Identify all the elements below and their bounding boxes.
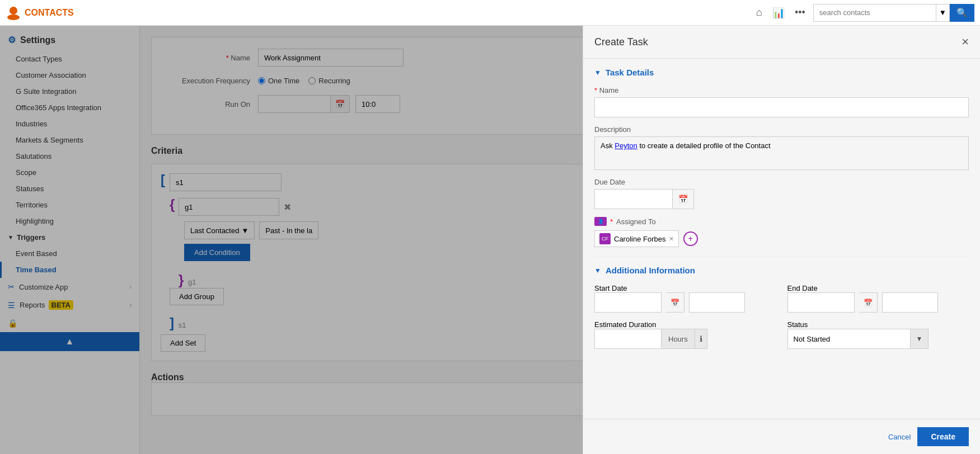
search-dropdown-btn[interactable]: ▼ (936, 4, 950, 22)
end-date-input[interactable]: 05/22/2020 (787, 292, 855, 313)
start-date-col: Start Date 05/22/2020 📅 10:30 AM (594, 284, 776, 313)
modal-body: ▼ Task Details * Name Work Allocation De… (583, 59, 980, 419)
duration-status-two-col: Estimated Duration 3.50 Hours ℹ Status N… (594, 320, 969, 349)
search-input[interactable] (813, 4, 936, 22)
modal-due-date-row: 05/23/2020 📅 (594, 189, 969, 209)
modal-title: Create Task (594, 36, 648, 48)
end-date-label: End Date (787, 284, 818, 292)
start-datetime-group: 05/22/2020 📅 10:30 AM (594, 292, 776, 313)
task-details-header: ▼ Task Details (594, 68, 969, 77)
modal-panel: Create Task × ▼ Task Details * Name Work… (583, 26, 980, 454)
start-time-input[interactable]: 10:30 AM (689, 292, 745, 313)
assignee-avatar: CF (599, 233, 611, 244)
modal-description-textarea[interactable]: Ask Peyton to create a detailed profile … (594, 136, 969, 170)
search-area: ▼ 🔍 (813, 4, 974, 22)
modal-due-date-calendar-btn[interactable]: 📅 (673, 189, 694, 209)
chart-icon[interactable]: 📊 (770, 4, 787, 21)
search-button[interactable]: 🔍 (950, 4, 974, 22)
nav-icons: ⌂ 📊 ••• (754, 4, 808, 21)
start-date-input[interactable]: 05/22/2020 (594, 292, 662, 313)
duration-info-btn[interactable]: ℹ (695, 329, 707, 349)
create-button[interactable]: Create (917, 427, 969, 446)
modal-due-date-label: Due Date (594, 178, 969, 186)
task-details-chevron[interactable]: ▼ (594, 69, 601, 77)
status-select[interactable]: Not Started (787, 329, 911, 349)
brand-icon (6, 5, 21, 21)
status-col: Status Not Started ▼ (787, 320, 969, 349)
modal-due-date-input[interactable]: 05/23/2020 (594, 189, 673, 209)
date-two-col: Start Date 05/22/2020 📅 10:30 AM End Dat… (594, 284, 969, 313)
duration-input[interactable]: 3.50 (594, 329, 662, 349)
duration-row: 3.50 Hours ℹ (594, 329, 776, 349)
status-select-wrap: Not Started ▼ (787, 329, 969, 349)
description-link[interactable]: Peyton (615, 141, 637, 150)
additional-info-header: ▼ Additional Information (594, 266, 969, 275)
modal-footer: Cancel Create (583, 419, 980, 454)
assigned-icon: 👤 (594, 217, 607, 226)
section-divider (594, 256, 969, 257)
svg-point-0 (10, 7, 17, 15)
status-label: Status (787, 320, 808, 329)
cancel-button[interactable]: Cancel (888, 433, 911, 441)
status-select-arrow: ▼ (911, 329, 929, 349)
start-date-label: Start Date (594, 284, 627, 292)
estimated-duration-col: Estimated Duration 3.50 Hours ℹ (594, 320, 776, 349)
remove-assignee-btn[interactable]: × (669, 234, 674, 243)
more-icon[interactable]: ••• (793, 4, 808, 21)
estimated-duration-label: Estimated Duration (594, 320, 657, 329)
assigned-to-label: 👤 * Assigned To (594, 217, 969, 226)
modal-name-label: * Name (594, 86, 969, 94)
modal-description-field: Description Ask Peyton to create a detai… (594, 125, 969, 170)
modal-description-label: Description (594, 125, 969, 134)
additional-info-chevron[interactable]: ▼ (594, 267, 601, 275)
modal-close-button[interactable]: × (962, 35, 969, 49)
end-date-calendar-btn[interactable]: 📅 (859, 292, 878, 313)
end-date-col: End Date 05/22/2020 📅 2:00 PM (787, 284, 969, 313)
svg-point-1 (7, 15, 20, 20)
end-datetime-group: 05/22/2020 📅 2:00 PM (787, 292, 969, 313)
end-time-input[interactable]: 2:00 PM (882, 292, 938, 313)
add-assignee-btn[interactable]: + (683, 231, 698, 246)
home-icon[interactable]: ⌂ (754, 4, 765, 21)
modal-due-date-field: Due Date 05/23/2020 📅 (594, 178, 969, 209)
modal-assigned-field: 👤 * Assigned To CF Caroline Forbes × + (594, 217, 969, 247)
modal-name-field: * Name Work Allocation (594, 86, 969, 117)
modal-name-input[interactable]: Work Allocation (594, 97, 969, 117)
start-date-calendar-btn[interactable]: 📅 (666, 292, 684, 313)
duration-unit-label: Hours (662, 329, 695, 349)
assignee-chip: CF Caroline Forbes × (594, 230, 679, 247)
top-nav: CONTACTS ⌂ 📊 ••• ▼ 🔍 (0, 0, 980, 26)
brand: CONTACTS (6, 5, 74, 21)
modal-header: Create Task × (583, 26, 980, 59)
assigned-row: CF Caroline Forbes × + (594, 230, 969, 247)
